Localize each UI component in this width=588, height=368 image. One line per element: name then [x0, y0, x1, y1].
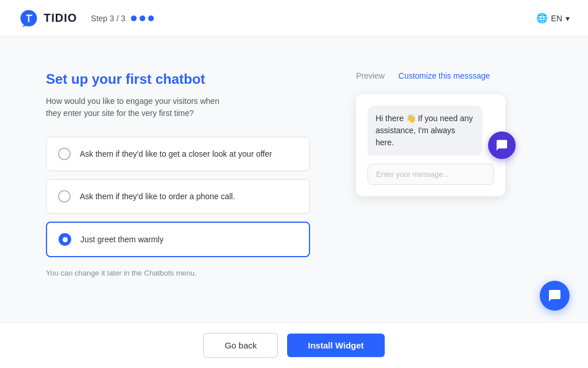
step-dot-1: [131, 16, 137, 21]
preview-header: Preview Customize this messsage: [356, 71, 542, 80]
main-content: Set up your first chatbot How would you …: [0, 37, 588, 322]
radio-option-1: [58, 148, 71, 160]
install-widget-button[interactable]: Install Widget: [287, 334, 384, 357]
chat-fab-icon[interactable]: [488, 131, 516, 159]
step-label: Step 3 / 3: [91, 14, 125, 23]
option-text-3: Just greet them warmly: [80, 235, 164, 244]
step-indicator: Step 3 / 3: [91, 14, 154, 23]
chat-message-bubble: Hi there 👋 If you need any assistance, I…: [368, 106, 482, 156]
radio-option-2: [58, 190, 71, 203]
logo: TIDIO: [18, 8, 77, 29]
option-card-3[interactable]: Just greet them warmly: [46, 222, 310, 257]
option-card-2[interactable]: Ask them if they'd like to order a phone…: [46, 179, 310, 214]
step-dot-3: [148, 16, 154, 21]
option-text-2: Ask them if they'd like to order a phone…: [80, 192, 235, 201]
chat-input-area[interactable]: Enter your message...: [368, 164, 494, 185]
tidio-logo-icon: [18, 8, 39, 29]
option-text-1: Ask them if they'd like to get a closer …: [80, 149, 272, 158]
chat-preview: Hi there 👋 If you need any assistance, I…: [356, 94, 505, 196]
globe-icon: 🌐: [536, 13, 548, 24]
floating-chat-button[interactable]: [540, 281, 570, 311]
radio-option-3: [59, 233, 71, 246]
language-selector[interactable]: 🌐 EN ▾: [536, 13, 570, 24]
chevron-down-icon: ▾: [566, 14, 570, 23]
step-dots: [131, 16, 154, 21]
helper-text: You can change it later in the Chatbots …: [46, 269, 310, 277]
left-panel: Set up your first chatbot How would you …: [46, 71, 310, 322]
option-card-1[interactable]: Ask them if they'd like to get a closer …: [46, 137, 310, 171]
section-title: Set up your first chatbot: [46, 71, 310, 87]
lang-label: EN: [551, 14, 562, 23]
step-dot-2: [140, 16, 145, 21]
section-description: How would you like to engage your visito…: [46, 95, 230, 119]
header-left: TIDIO Step 3 / 3: [18, 8, 154, 29]
app-header: TIDIO Step 3 / 3 🌐 EN ▾: [0, 0, 588, 37]
customize-link[interactable]: Customize this messsage: [399, 71, 490, 80]
right-panel: Preview Customize this messsage Hi there…: [356, 71, 542, 322]
preview-label: Preview: [356, 71, 385, 80]
logo-text: TIDIO: [44, 11, 77, 25]
radio-inner-3: [63, 237, 68, 242]
go-back-button[interactable]: Go back: [203, 333, 278, 358]
app-footer: Go back Install Widget: [0, 322, 588, 368]
